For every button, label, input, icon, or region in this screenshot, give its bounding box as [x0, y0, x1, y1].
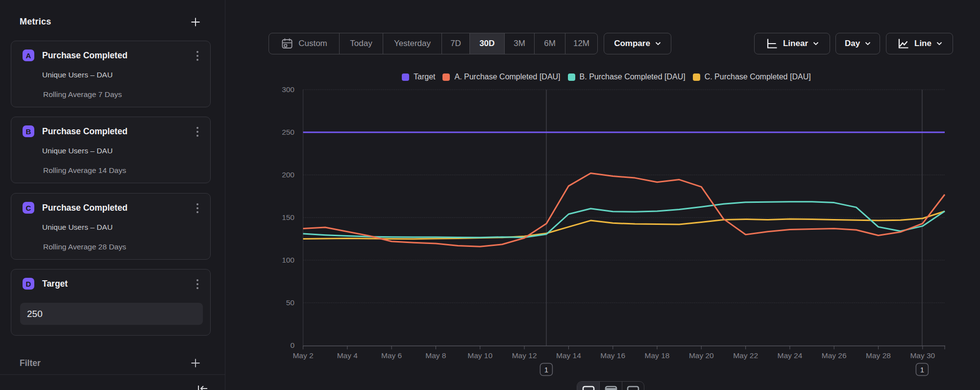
svg-text:50: 50 — [286, 298, 295, 307]
svg-text:May 6: May 6 — [381, 351, 402, 360]
svg-text:May 20: May 20 — [689, 351, 714, 360]
svg-text:May 10: May 10 — [467, 351, 492, 360]
svg-text:May 2: May 2 — [293, 351, 313, 360]
svg-text:May 14: May 14 — [556, 351, 581, 360]
svg-text:0: 0 — [290, 341, 294, 349]
svg-text:1: 1 — [544, 366, 548, 374]
svg-text:May 22: May 22 — [733, 351, 758, 360]
svg-text:150: 150 — [282, 213, 294, 221]
svg-text:May 26: May 26 — [822, 351, 847, 360]
svg-text:May 8: May 8 — [425, 351, 446, 360]
svg-text:May 24: May 24 — [777, 351, 802, 360]
svg-text:100: 100 — [282, 256, 294, 264]
svg-text:1: 1 — [920, 366, 924, 374]
svg-text:May 12: May 12 — [512, 351, 537, 360]
svg-text:May 18: May 18 — [645, 351, 670, 360]
svg-text:May 4: May 4 — [337, 351, 358, 360]
svg-text:May 16: May 16 — [600, 351, 625, 360]
svg-text:May 30: May 30 — [910, 351, 935, 360]
svg-text:May 28: May 28 — [866, 351, 891, 360]
svg-text:250: 250 — [282, 128, 294, 136]
svg-text:300: 300 — [282, 85, 294, 94]
svg-text:200: 200 — [282, 171, 294, 179]
